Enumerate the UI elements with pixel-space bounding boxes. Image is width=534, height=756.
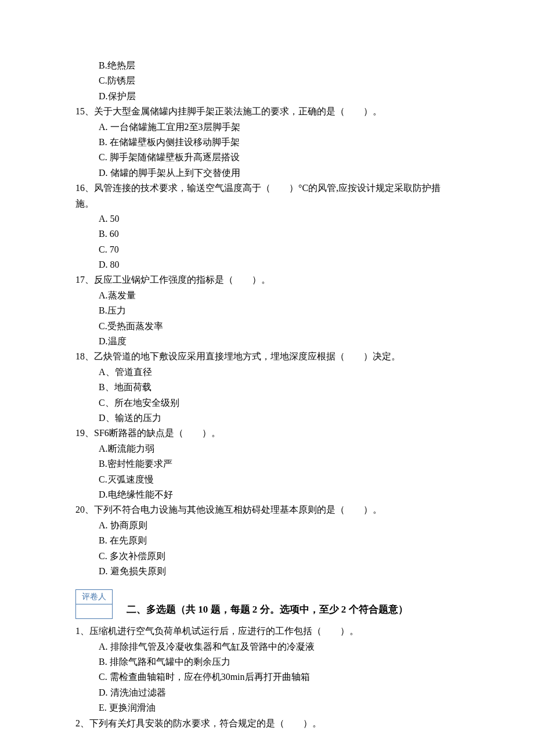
q15-option-d: D. 储罐的脚手架从上到下交替使用 (75, 165, 459, 181)
q20-option-b: B. 在先原则 (75, 533, 459, 548)
q20-option-a: A. 协商原则 (75, 518, 459, 533)
q16-option-c: C. 70 (75, 242, 459, 257)
section2-title: 二、多选题（共 10 题，每题 2 分。选项中，至少 2 个符合题意） (127, 602, 408, 619)
s2q1-option-b: B. 排除气路和气罐中的剩余压力 (75, 654, 459, 669)
q17-option-a: A.蒸发量 (75, 288, 459, 303)
q17-option-d: D.温度 (75, 334, 459, 349)
q20-stem: 20、下列不符合电力设施与其他设施互相妨碍处理基本原则的是（ ）。 (75, 502, 459, 517)
q16-option-a: A. 50 (75, 211, 459, 226)
s2q2-stem: 2、下列有关灯具安装的防水要求，符合规定的是（ ）。 (75, 716, 459, 731)
q18-option-d: D、输送的压力 (75, 411, 459, 426)
q16-option-b: B. 60 (75, 226, 459, 242)
s2q1-option-d: D. 清洗油过滤器 (75, 685, 459, 700)
q16-option-d: D. 80 (75, 257, 459, 272)
q15-stem: 15、关于大型金属储罐内挂脚手架正装法施工的要求，正确的是（ ）。 (75, 104, 459, 119)
s2q1-option-c: C. 需检查曲轴箱时，应在停机30min后再打开曲轴箱 (75, 669, 459, 685)
q19-option-b: B.密封性能要求严 (75, 456, 459, 471)
grader-empty-cell (75, 604, 113, 619)
grader-box: 评卷人 (75, 589, 113, 619)
q17-option-b: B.压力 (75, 303, 459, 318)
q17-option-c: C.受热面蒸发率 (75, 319, 459, 334)
s2q1-option-e: E. 更换润滑油 (75, 700, 459, 715)
q15-option-a: A. 一台储罐施工宜用2至3层脚手架 (75, 120, 459, 135)
q14-option-b: B.绝热层 (75, 58, 459, 73)
q19-option-c: C.灭弧速度慢 (75, 472, 459, 487)
q19-option-d: D.电绝缘性能不好 (75, 487, 459, 502)
q15-option-b: B. 在储罐壁板内侧挂设移动脚手架 (75, 135, 459, 150)
q17-stem: 17、反应工业锅炉工作强度的指标是（ ）。 (75, 272, 459, 287)
q18-stem: 18、乙炔管道的地下敷设应采用直接埋地方式，埋地深度应根据（ ）决定。 (75, 349, 459, 364)
q18-option-b: B、地面荷载 (75, 380, 459, 395)
q15-option-c: C. 脚手架随储罐壁板升高逐层搭设 (75, 150, 459, 165)
grader-label: 评卷人 (75, 589, 113, 604)
q16-stem-line2: 施。 (75, 196, 459, 211)
q19-stem: 19、SF6断路器的缺点是（ ）。 (75, 426, 459, 441)
q18-option-c: C、所在地安全级别 (75, 395, 459, 411)
s2q1-stem: 1、压缩机进行空气负荷单机试运行后，应进行的工作包括（ ）。 (75, 624, 459, 639)
q20-option-c: C. 多次补偿原则 (75, 549, 459, 564)
q20-option-d: D. 避免损失原则 (75, 564, 459, 579)
q14-option-d: D.保护层 (75, 89, 459, 104)
section-header-row: 评卷人 二、多选题（共 10 题，每题 2 分。选项中，至少 2 个符合题意） (75, 585, 459, 619)
q18-option-a: A、管道直径 (75, 365, 459, 380)
q19-option-a: A.断流能力弱 (75, 441, 459, 456)
q16-stem-line1: 16、风管连接的技术要求，输送空气温度高于（ ）°C的风管,应按设计规定采取防护… (75, 181, 459, 196)
q14-option-c: C.防锈层 (75, 73, 459, 88)
s2q1-option-a: A. 排除排气管及冷凝收集器和气缸及管路中的冷凝液 (75, 639, 459, 654)
